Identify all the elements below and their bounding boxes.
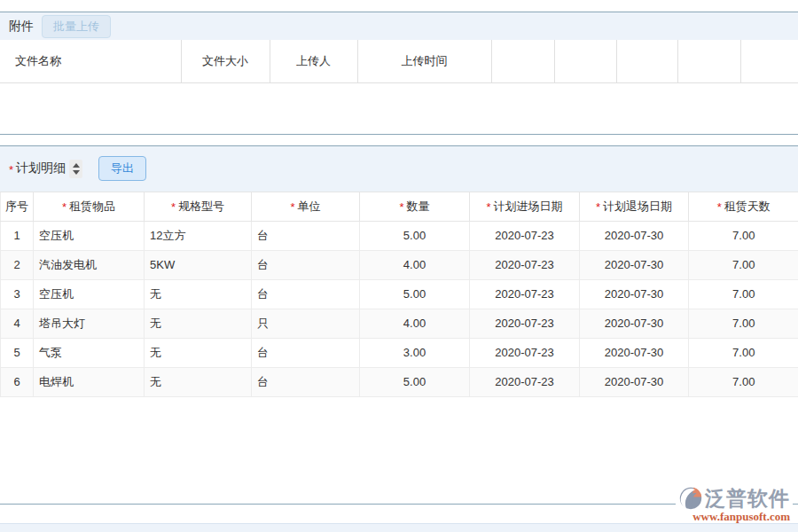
table-cell: 2020-07-30 xyxy=(580,338,689,367)
plan-table: 序号*租赁物品*规格型号*单位*数量*计划进场日期*计划退场日期*租赁天数 1空… xyxy=(0,192,798,397)
table-cell: 1 xyxy=(1,221,34,250)
attachment-column-header: 文件大小 xyxy=(181,40,270,82)
table-cell: 7.00 xyxy=(689,250,798,279)
table-cell: 无 xyxy=(145,367,252,396)
plan-column-header: *规格型号 xyxy=(145,192,252,221)
table-cell: 塔吊大灯 xyxy=(34,309,145,338)
table-cell: 2020-07-23 xyxy=(470,250,580,279)
attachment-column-header xyxy=(616,40,677,82)
page: 附件 批量上传 文件名称文件大小上传人上传时间 * 计划明细 导出 序号*租赁物… xyxy=(0,0,798,532)
required-marker: * xyxy=(171,200,176,214)
export-button[interactable]: 导出 xyxy=(98,156,146,181)
table-cell: 空压机 xyxy=(34,221,145,250)
plan-section-header: * 计划明细 导出 xyxy=(0,145,798,192)
required-marker: * xyxy=(290,200,294,214)
table-cell: 无 xyxy=(145,279,252,309)
attachment-empty-body xyxy=(0,83,798,134)
attachment-label: 附件 xyxy=(9,19,34,35)
table-cell: 7.00 xyxy=(689,309,798,338)
table-cell: 4.00 xyxy=(360,250,470,279)
table-cell: 7.00 xyxy=(689,221,798,250)
table-row: 3空压机无台5.002020-07-232020-07-307.00 xyxy=(1,279,798,309)
attachment-column-header xyxy=(740,40,798,82)
brand-logo: 泛普软件 www.fanpusoft.com xyxy=(676,487,793,522)
table-cell: 3 xyxy=(1,279,34,309)
table-cell: 只 xyxy=(252,309,360,338)
table-cell: 台 xyxy=(252,250,360,279)
table-cell: 台 xyxy=(252,279,360,309)
table-cell: 4.00 xyxy=(360,309,470,338)
table-cell: 6 xyxy=(1,367,34,396)
table-row: 4塔吊大灯无只4.002020-07-232020-07-307.00 xyxy=(1,309,798,338)
table-cell: 12立方 xyxy=(145,221,252,250)
table-cell: 5 xyxy=(1,338,34,367)
plan-label: 计划明细 xyxy=(16,160,66,176)
fanpu-logo-icon xyxy=(678,487,703,510)
table-cell: 无 xyxy=(145,338,252,367)
table-cell: 2020-07-30 xyxy=(580,250,689,279)
attachment-column-header: 上传人 xyxy=(270,40,357,82)
required-marker: * xyxy=(596,200,600,214)
table-cell: 2020-07-30 xyxy=(580,221,689,250)
table-cell: 电焊机 xyxy=(34,367,145,396)
table-row: 5气泵无台3.002020-07-232020-07-307.00 xyxy=(1,338,798,367)
brand-name: 泛普软件 xyxy=(705,489,790,509)
plan-column-header: *租赁天数 xyxy=(689,192,798,221)
table-cell: 2020-07-23 xyxy=(470,367,580,396)
table-cell: 3.00 xyxy=(360,338,470,367)
table-cell: 汽油发电机 xyxy=(34,250,145,279)
table-cell: 2020-07-23 xyxy=(470,338,580,367)
sort-up-icon xyxy=(73,163,80,168)
table-cell: 台 xyxy=(252,221,360,250)
sort-spinner-icon[interactable] xyxy=(69,160,82,178)
table-cell: 5.00 xyxy=(360,367,470,396)
batch-upload-button[interactable]: 批量上传 xyxy=(42,15,111,38)
table-cell: 7.00 xyxy=(689,279,798,309)
top-spacer xyxy=(0,0,798,12)
attachment-column-header: 文件名称 xyxy=(0,40,181,82)
attachment-column-header xyxy=(677,40,740,82)
table-cell: 5KW xyxy=(145,250,252,279)
plan-column-header: *计划进场日期 xyxy=(470,192,580,221)
plan-column-header: 序号 xyxy=(1,192,34,221)
plan-column-header: *租赁物品 xyxy=(34,192,145,221)
plan-column-header: *数量 xyxy=(360,192,470,221)
section-gap xyxy=(0,135,798,145)
required-marker: * xyxy=(399,200,403,214)
table-cell: 2020-07-30 xyxy=(580,279,689,309)
table-cell: 气泵 xyxy=(34,338,145,367)
plan-table-body: 1空压机12立方台5.002020-07-232020-07-307.002汽油… xyxy=(1,221,798,396)
table-cell: 4 xyxy=(1,309,34,338)
brand-url: www.fanpusoft.com xyxy=(678,511,790,522)
table-cell: 2 xyxy=(1,250,34,279)
table-cell: 2020-07-30 xyxy=(580,367,689,396)
table-cell: 7.00 xyxy=(689,367,798,396)
table-cell: 台 xyxy=(252,367,360,396)
attachment-section-header: 附件 批量上传 xyxy=(0,12,798,40)
required-marker: * xyxy=(717,200,722,214)
table-row: 1空压机12立方台5.002020-07-232020-07-307.00 xyxy=(1,221,798,250)
attachment-table: 文件名称文件大小上传人上传时间 xyxy=(0,40,798,83)
table-row: 2汽油发电机5KW台4.002020-07-232020-07-307.00 xyxy=(1,250,798,279)
table-cell: 2020-07-23 xyxy=(470,279,580,309)
footer-band xyxy=(0,523,798,532)
attachment-header-row: 文件名称文件大小上传人上传时间 xyxy=(0,40,798,82)
plan-column-header: *计划退场日期 xyxy=(580,192,689,221)
table-cell: 2020-07-23 xyxy=(470,221,580,250)
table-row: 6电焊机无台5.002020-07-232020-07-307.00 xyxy=(1,367,798,396)
plan-header-row: 序号*租赁物品*规格型号*单位*数量*计划进场日期*计划退场日期*租赁天数 xyxy=(1,192,798,221)
table-cell: 2020-07-30 xyxy=(580,309,689,338)
plan-column-header: *单位 xyxy=(252,192,360,221)
table-cell: 无 xyxy=(145,309,252,338)
table-cell: 5.00 xyxy=(360,221,470,250)
table-cell: 5.00 xyxy=(360,279,470,309)
plan-required-marker: * xyxy=(9,163,13,176)
required-marker: * xyxy=(62,200,66,214)
sort-down-icon xyxy=(73,170,80,175)
table-cell: 空压机 xyxy=(34,279,145,309)
table-cell: 7.00 xyxy=(689,338,798,367)
required-marker: * xyxy=(486,200,490,214)
table-cell: 台 xyxy=(252,338,360,367)
table-cell: 2020-07-23 xyxy=(470,309,580,338)
attachment-column-header xyxy=(491,40,554,82)
